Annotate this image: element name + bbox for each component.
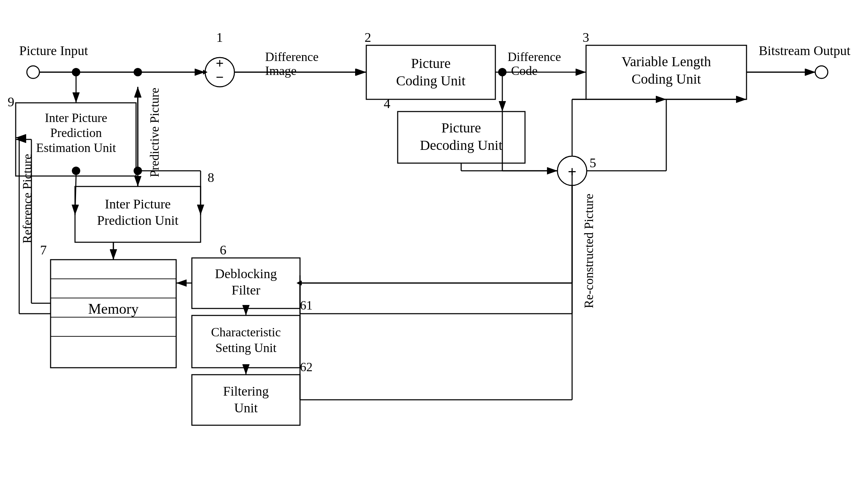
deblocking-filter-label1: Deblocking — [215, 266, 277, 281]
characteristic-setting-label2: Setting Unit — [215, 341, 276, 355]
num7-label: 7 — [40, 243, 47, 257]
num1-label: 1 — [216, 30, 223, 45]
ippi-prediction-label2: Prediction Unit — [97, 213, 179, 228]
bitstream-output-terminal — [815, 66, 828, 78]
num2-label: 2 — [365, 30, 371, 45]
predictive-picture-label: Predictive Picture — [148, 88, 162, 177]
filtering-unit-label1: Filtering — [223, 384, 269, 398]
reconstructed-picture-label: Re-constructed Picture — [582, 194, 596, 308]
filtering-unit-box — [192, 375, 300, 425]
difference-code-label1: Difference — [508, 50, 561, 64]
ippi-prediction-label1: Inter Picture — [105, 197, 171, 211]
difference-code-label2: Code — [511, 64, 538, 78]
subtract-minus: − — [216, 69, 224, 85]
subtract-plus: + — [216, 55, 224, 71]
vlc-unit-label2: Coding Unit — [632, 71, 701, 87]
picture-input-terminal — [27, 66, 39, 78]
picture-coding-unit-label: Picture — [411, 55, 450, 71]
num6-label: 6 — [220, 243, 226, 257]
ippi-estimation-label1: Inter Picture — [45, 111, 107, 125]
difference-image-label1: Difference — [265, 50, 318, 64]
bitstream-output-text: Bitstream Output — [759, 43, 850, 58]
filtering-unit-label2: Unit — [234, 400, 258, 415]
num4-label: 4 — [384, 96, 390, 111]
num62-label: 62 — [300, 360, 313, 374]
ippi-estimation-label3: Estimation Unit — [36, 141, 116, 155]
num61-label: 61 — [300, 298, 313, 312]
picture-decoding-unit-label2: Decoding Unit — [420, 137, 503, 153]
picture-input-text: Picture Input — [19, 43, 88, 58]
ippi-estimation-label2: Prediction — [50, 126, 102, 140]
reference-picture-label: Reference Picture — [20, 154, 34, 244]
picture-coding-unit-label2: Coding Unit — [396, 73, 466, 89]
num9-label: 9 — [8, 94, 14, 109]
num8-label: 8 — [208, 170, 214, 185]
vlc-unit-label1: Variable Length — [622, 54, 711, 69]
difference-image-label2: Image — [265, 64, 297, 78]
memory-label: Memory — [88, 301, 139, 317]
characteristic-setting-label1: Characteristic — [211, 325, 281, 339]
num3-label: 3 — [583, 30, 589, 45]
num5-label: 5 — [590, 155, 596, 170]
picture-coding-unit-box — [366, 45, 495, 99]
deblocking-filter-label2: Filter — [232, 283, 261, 297]
diagram-container: Picture Coding Unit Variable Length Codi… — [0, 0, 855, 504]
picture-decoding-unit-label1: Picture — [441, 120, 481, 136]
